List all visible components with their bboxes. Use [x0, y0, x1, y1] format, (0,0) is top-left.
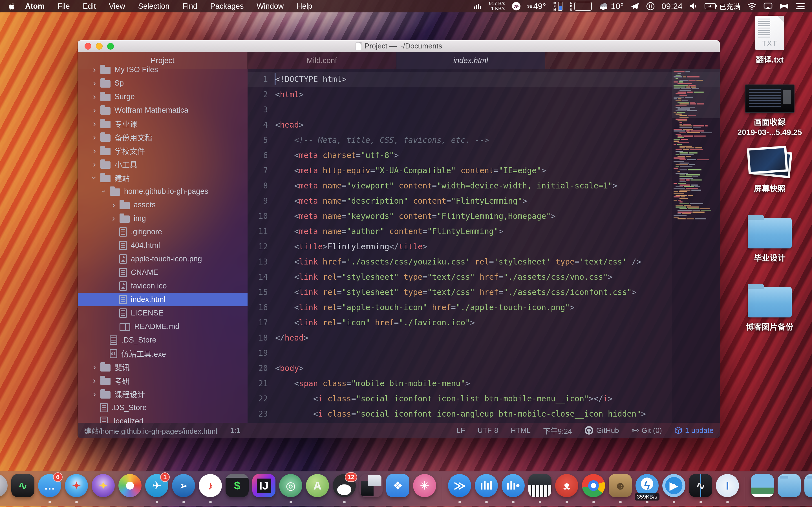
dock-telegram[interactable]: ✈1 [145, 474, 168, 504]
tree-item-home.github.io-gh-pages[interactable]: ›home.github.io-gh-pages [78, 184, 248, 198]
dock-chrome[interactable] [581, 474, 605, 504]
dock-thunderbird[interactable]: ➢ [172, 474, 195, 504]
chevron-icon[interactable]: › [109, 200, 118, 210]
dock-contacts-folder[interactable]: ☻ [608, 474, 632, 504]
dock-safari[interactable]: ✦ [64, 474, 88, 504]
battery-item[interactable]: 已充满 [705, 1, 741, 11]
tree-item--.exe[interactable]: 01仿站工具.exe [78, 347, 248, 360]
dock-terminal-app[interactable]: $ [225, 474, 249, 504]
desktop-folder-blog-backup[interactable]: 博客图片备份 [727, 283, 812, 332]
status-file-path[interactable]: 建站/home.github.io-gh-pages/index.html [84, 425, 217, 436]
tree-item-assets[interactable]: ›assets [78, 198, 248, 212]
menu-item-packages[interactable]: Packages [204, 0, 250, 12]
dock-windows-folder[interactable]: ⊞ [804, 474, 812, 504]
dock-waveform-monitor[interactable]: ∿ [689, 474, 712, 504]
tree-item--[interactable]: ›建站 [78, 171, 248, 184]
dock-launchpad[interactable]: ➤ [0, 474, 8, 504]
dock-image-file[interactable] [751, 474, 774, 504]
dock-activity-monitor[interactable]: ∿ [11, 474, 35, 504]
chevron-icon[interactable]: › [90, 105, 99, 115]
tree-item--[interactable]: ›课程设计 [78, 387, 248, 401]
network-speed[interactable]: 917 B/s 1 KB/s [489, 1, 505, 11]
zoom-button[interactable] [107, 43, 114, 50]
chevron-icon[interactable]: › [109, 214, 118, 223]
menu-clock[interactable]: 09:24 [661, 1, 682, 11]
menu-item-edit[interactable]: Edit [77, 0, 103, 12]
dock-intellij-idea[interactable]: IJ [252, 474, 276, 504]
tree-item-img[interactable]: ›img [78, 212, 248, 225]
chevron-icon[interactable]: › [99, 187, 109, 195]
cpu-gauge[interactable]: CPU [569, 1, 592, 11]
tree-item-license[interactable]: LICENSE [78, 306, 248, 320]
menu-item-selection[interactable]: Selection [132, 0, 176, 12]
tree-item--[interactable]: ›学校文件 [78, 144, 248, 158]
tree-item-.ds_store[interactable]: .DS_Store [78, 333, 248, 347]
tree-item--[interactable]: ›考研 [78, 374, 248, 387]
window-titlebar[interactable]: Project — ~/Documents [78, 40, 720, 52]
code-editor[interactable]: 1234567891011121314151617181920212223 <!… [248, 69, 720, 423]
tree-item--[interactable]: ›专业课 [78, 117, 248, 130]
chevron-icon[interactable]: › [90, 132, 99, 142]
pause-circle-icon[interactable] [646, 2, 655, 10]
dock-red-dog-app[interactable]: ᴥ [555, 474, 578, 504]
wifi-icon[interactable] [747, 3, 757, 10]
chevron-icon[interactable]: › [90, 146, 99, 156]
chevron-icon[interactable]: › [90, 173, 99, 182]
chevron-icon[interactable]: › [90, 92, 99, 101]
close-button[interactable] [85, 43, 91, 50]
volume-icon[interactable] [689, 3, 698, 10]
tree-item-cname[interactable]: CNAME [78, 266, 248, 279]
chevron-icon[interactable]: › [90, 65, 99, 74]
chevron-icon[interactable]: › [90, 159, 99, 169]
menu-app-name[interactable]: Atom [18, 0, 51, 12]
tree-item-surge[interactable]: ›Surge [78, 90, 248, 103]
tree-item-index.html[interactable]: index.html [78, 293, 248, 306]
minimap[interactable] [672, 69, 720, 423]
tree-item-readme.md[interactable]: README.md [78, 320, 248, 333]
status-line-ending[interactable]: LF [456, 426, 465, 435]
chevron-icon[interactable]: › [90, 119, 99, 128]
github-status[interactable]: GitHub [585, 426, 619, 435]
menu-item-file[interactable]: File [51, 0, 77, 12]
chevron-icon[interactable]: › [90, 362, 99, 372]
desktop-file-txt[interactable]: TXT 翻译.txt [727, 16, 812, 65]
tree-item--[interactable]: ›小工具 [78, 158, 248, 171]
dock-music[interactable]: ♪ [199, 474, 222, 504]
dock-chat-app[interactable]: …6 [38, 474, 61, 504]
airplay-icon[interactable] [763, 3, 772, 10]
signal-bars-icon[interactable] [474, 3, 482, 10]
tree-item-404.html[interactable]: 404.html [78, 238, 248, 252]
menu-item-help[interactable]: Help [290, 0, 319, 12]
status-grammar[interactable]: HTML [511, 426, 530, 435]
dock-qq[interactable]: 12 [333, 474, 356, 504]
dock-photos[interactable] [118, 474, 142, 504]
tree-item--[interactable]: ›备份用文稿 [78, 130, 248, 144]
git-status[interactable]: Git (0) [631, 426, 662, 435]
tree-item-.localized[interactable]: .localized [78, 414, 248, 423]
desktop-file-recording[interactable]: 画面收録 2019-03-...5.49.25 [727, 84, 812, 137]
tree-item-wolfram-mathematica[interactable]: ›Wolfram Mathematica [78, 103, 248, 117]
telegram-menu-icon[interactable] [630, 2, 640, 10]
bowtie-icon[interactable] [779, 3, 789, 10]
menu-item-window[interactable]: Window [250, 0, 290, 12]
dock-safari-tech-preview[interactable]: ✦ [91, 474, 115, 504]
list-menu-icon[interactable] [796, 3, 805, 10]
status-cursor-position[interactable]: 1:1 [231, 426, 241, 435]
chevron-icon[interactable]: › [90, 78, 99, 88]
memory-gauge[interactable]: MEM [553, 1, 562, 11]
tree-item--[interactable]: ›斐讯 [78, 360, 248, 374]
dock-voice-clock-app[interactable]: ılı• [501, 474, 525, 504]
tree-item-.gitignore[interactable]: .gitignore [78, 225, 248, 238]
dingtalk-menu-icon[interactable]: ≫ [512, 2, 520, 10]
desktop-folder-graduation[interactable]: 毕业设计 [727, 214, 812, 263]
tree-item-sp[interactable]: ›Sp [78, 76, 248, 90]
dock-oval-i-app[interactable]: I [716, 474, 739, 504]
status-encoding[interactable]: UTF-8 [477, 426, 499, 435]
menu-item-view[interactable]: View [102, 0, 132, 12]
dock-voice-wave-app[interactable]: ılıl [474, 474, 498, 504]
chevron-icon[interactable]: › [90, 376, 99, 385]
updates-status[interactable]: 1 update [674, 426, 714, 435]
tree-item-.ds_store[interactable]: .DS_Store [78, 401, 248, 414]
code-pane[interactable]: <!DOCTYPE html><html><head> <!-- Meta, t… [268, 69, 720, 423]
dock-thunder-downloader[interactable]: ϟ359KB/s [635, 474, 659, 504]
